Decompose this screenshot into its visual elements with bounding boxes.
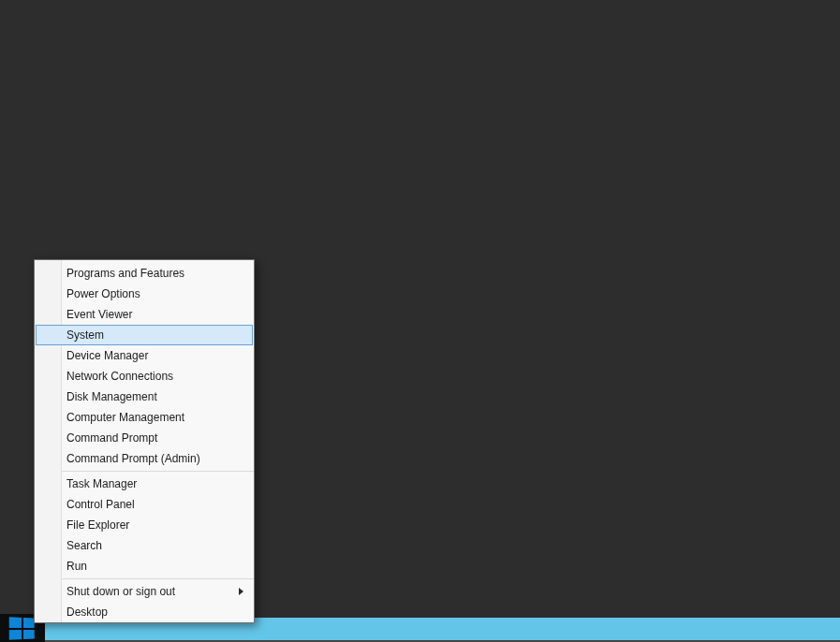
- windows-logo-pane: [23, 618, 35, 628]
- menu-item-label: Shut down or sign out: [66, 585, 175, 598]
- menu-item-label: Event Viewer: [66, 308, 132, 321]
- menu-item-event-viewer[interactable]: Event Viewer: [35, 304, 254, 325]
- menu-item-device-manager[interactable]: Device Manager: [35, 345, 254, 366]
- menu-item-label: Power Options: [66, 287, 140, 300]
- menu-item-file-explorer[interactable]: File Explorer: [35, 515, 254, 535]
- windows-logo-pane: [9, 629, 22, 639]
- menu-item-system[interactable]: System: [36, 325, 253, 345]
- windows-logo-pane: [23, 629, 35, 639]
- menu-item-label: Run: [66, 560, 87, 573]
- menu-item-control-panel[interactable]: Control Panel: [35, 494, 254, 515]
- menu-item-shut-down-or-sign-out[interactable]: Shut down or sign out: [35, 581, 254, 602]
- menu-item-task-manager[interactable]: Task Manager: [35, 474, 254, 494]
- menu-item-desktop[interactable]: Desktop: [35, 602, 254, 622]
- menu-item-label: Device Manager: [66, 349, 148, 362]
- menu-item-computer-management[interactable]: Computer Management: [35, 407, 254, 428]
- menu-item-label: Command Prompt (Admin): [66, 452, 200, 465]
- windows-logo-pane: [9, 617, 22, 627]
- submenu-arrow-icon: [239, 588, 243, 595]
- menu-item-search[interactable]: Search: [35, 535, 254, 556]
- menu-items: Programs and FeaturesPower OptionsEvent …: [35, 260, 254, 622]
- menu-separator: [62, 471, 254, 472]
- menu-item-programs-and-features[interactable]: Programs and Features: [35, 263, 254, 284]
- menu-item-label: Desktop: [66, 606, 108, 619]
- menu-item-run[interactable]: Run: [35, 556, 254, 576]
- menu-item-label: Search: [66, 539, 102, 552]
- menu-item-label: Disk Management: [66, 390, 157, 403]
- menu-item-label: Network Connections: [66, 370, 173, 383]
- menu-item-command-prompt[interactable]: Command Prompt: [35, 428, 254, 448]
- menu-item-label: Command Prompt: [66, 431, 157, 445]
- desktop[interactable]: { "desktop": { "background_color": "#2D2…: [0, 0, 840, 642]
- menu-item-label: System: [66, 328, 104, 342]
- winx-menu: Programs and FeaturesPower OptionsEvent …: [34, 259, 255, 623]
- menu-separator: [62, 578, 254, 579]
- windows-logo-icon: [9, 617, 35, 639]
- menu-item-label: Computer Management: [66, 411, 184, 424]
- menu-item-disk-management[interactable]: Disk Management: [35, 387, 254, 407]
- menu-item-network-connections[interactable]: Network Connections: [35, 366, 254, 387]
- menu-item-label: Programs and Features: [66, 267, 184, 280]
- menu-item-label: Task Manager: [66, 477, 137, 490]
- menu-item-power-options[interactable]: Power Options: [35, 284, 254, 304]
- menu-item-label: Control Panel: [66, 498, 135, 511]
- menu-item-command-prompt-admin[interactable]: Command Prompt (Admin): [35, 448, 254, 469]
- menu-item-label: File Explorer: [66, 518, 129, 532]
